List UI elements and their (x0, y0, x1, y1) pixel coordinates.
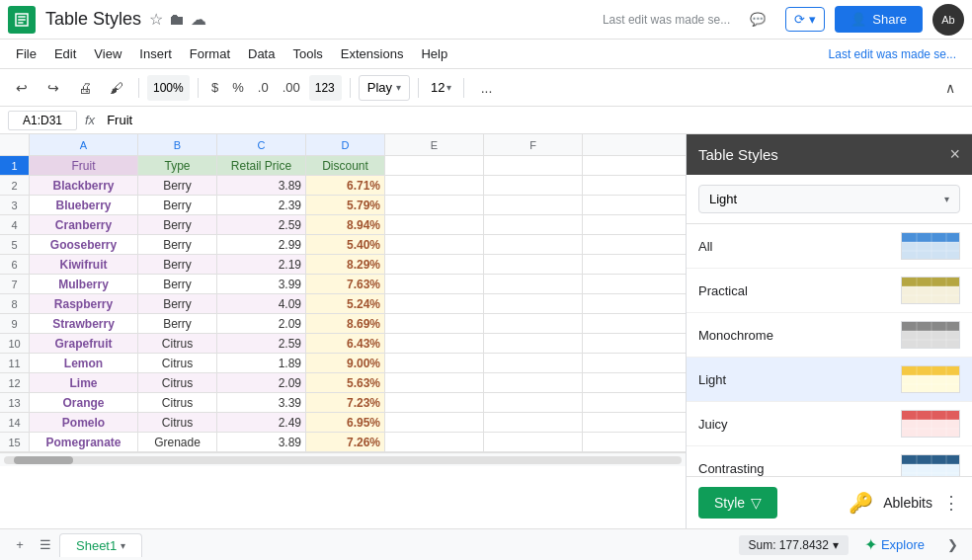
cell[interactable]: Orange (30, 393, 138, 412)
currency-button[interactable]: $ (206, 78, 223, 97)
cell-empty[interactable] (385, 176, 484, 195)
cell[interactable]: 5.40% (306, 235, 385, 254)
row-header-1[interactable]: 1 (0, 156, 29, 176)
decimal-decrease-button[interactable]: .0 (253, 78, 274, 97)
cell[interactable]: Berry (138, 294, 217, 313)
row-header-13[interactable]: 13 (0, 393, 29, 413)
row-header-5[interactable]: 5 (0, 235, 29, 255)
sum-display[interactable]: Sum: 177.8432 ▾ (739, 535, 849, 555)
cell[interactable]: 2.99 (217, 235, 306, 254)
cell[interactable]: Grapefruit (30, 334, 138, 353)
formula-input[interactable] (103, 111, 964, 129)
comment-button[interactable]: 💬 (740, 2, 775, 38)
panel-collapse-button[interactable]: ❯ (940, 533, 964, 557)
cell-empty[interactable] (484, 354, 583, 372)
cell[interactable]: 9.00% (306, 354, 385, 372)
cell[interactable]: Blackberry (30, 176, 138, 195)
more-options-button[interactable]: ... (472, 74, 500, 102)
style-category-dropdown[interactable]: Light ▾ (698, 185, 960, 213)
cell[interactable]: Berry (138, 196, 217, 214)
cell-empty[interactable] (385, 373, 484, 392)
cell-empty[interactable] (484, 255, 583, 274)
cell-empty[interactable] (484, 393, 583, 412)
cell[interactable]: Pomegranate (30, 433, 138, 451)
cell-empty[interactable] (484, 275, 583, 293)
cell[interactable]: 2.59 (217, 215, 306, 234)
paint-format-button[interactable]: 🖌 (103, 74, 130, 102)
scroll-area[interactable] (0, 452, 686, 466)
sheet-tab-sheet1[interactable]: Sheet1 ▾ (59, 533, 142, 557)
menu-edit[interactable]: Edit (46, 43, 84, 64)
cell-empty[interactable] (385, 314, 484, 333)
cell[interactable]: Citrus (138, 393, 217, 412)
style-list-item[interactable]: Juicy (687, 402, 972, 446)
cell[interactable]: 8.29% (306, 255, 385, 274)
cell[interactable]: Cranberry (30, 215, 138, 234)
cell-empty[interactable] (385, 235, 484, 254)
add-sheet-button[interactable]: + (8, 533, 32, 557)
row-header-2[interactable]: 2 (0, 176, 29, 196)
cell[interactable]: Citrus (138, 354, 217, 372)
row-header-14[interactable]: 14 (0, 413, 29, 433)
cell[interactable]: Berry (138, 314, 217, 333)
cell[interactable]: 5.24% (306, 294, 385, 313)
font-select[interactable]: Play ▾ (359, 75, 410, 101)
cell-empty[interactable] (484, 334, 583, 353)
row-header-12[interactable]: 12 (0, 373, 29, 393)
cell-empty[interactable] (484, 413, 583, 432)
cell-reference-input[interactable] (8, 111, 77, 130)
row-header-3[interactable]: 3 (0, 196, 29, 215)
cell-empty[interactable] (385, 334, 484, 353)
cell[interactable]: Kiwifruit (30, 255, 138, 274)
style-list-item[interactable]: All (687, 224, 972, 269)
history-button[interactable]: ⟳ ▾ (785, 7, 825, 32)
cell[interactable]: Citrus (138, 373, 217, 392)
row-header-15[interactable]: 15 (0, 433, 29, 452)
cell[interactable]: 4.09 (217, 294, 306, 313)
cell[interactable]: Grenade (138, 433, 217, 451)
menu-tools[interactable]: Tools (284, 43, 330, 64)
cell[interactable]: 7.63% (306, 275, 385, 293)
cell[interactable]: Citrus (138, 334, 217, 353)
share-button[interactable]: 👤 Share (835, 6, 923, 33)
cell-empty[interactable] (484, 294, 583, 313)
cell[interactable]: Strawberry (30, 314, 138, 333)
cell[interactable]: Blueberry (30, 196, 138, 214)
print-button[interactable]: 🖨 (71, 74, 99, 102)
cell[interactable]: Berry (138, 255, 217, 274)
explore-button[interactable]: ✦ Explore (856, 531, 932, 558)
cell[interactable]: Berry (138, 275, 217, 293)
cell[interactable]: 6.71% (306, 176, 385, 195)
cell[interactable]: Fruit (30, 156, 138, 175)
cell[interactable]: 3.99 (217, 275, 306, 293)
horizontal-scrollbar[interactable] (4, 456, 682, 464)
cloud-icon[interactable]: ☁ (191, 10, 206, 29)
menu-file[interactable]: File (8, 43, 44, 64)
cell[interactable]: 7.23% (306, 393, 385, 412)
cell[interactable]: 2.09 (217, 314, 306, 333)
cell[interactable]: 7.26% (306, 433, 385, 451)
autosave-link[interactable]: Last edit was made se... (821, 44, 964, 64)
cell[interactable]: Lemon (30, 354, 138, 372)
row-header-9[interactable]: 9 (0, 314, 29, 334)
cell[interactable]: Raspberry (30, 294, 138, 313)
font-size-control[interactable]: 12 ▾ (427, 78, 455, 97)
menu-insert[interactable]: Insert (131, 43, 180, 64)
cell-empty[interactable] (484, 176, 583, 195)
cell[interactable]: Retail Price (217, 156, 306, 175)
cell[interactable]: Type (138, 156, 217, 175)
menu-extensions[interactable]: Extensions (333, 43, 412, 64)
redo-button[interactable]: ↪ (40, 74, 67, 102)
cell[interactable]: 6.43% (306, 334, 385, 353)
panel-close-button[interactable]: × (949, 144, 960, 165)
star-icon[interactable]: ☆ (149, 10, 163, 29)
cell-empty[interactable] (385, 156, 484, 175)
decimal-increase-button[interactable]: .00 (278, 78, 305, 97)
cell[interactable]: 5.79% (306, 196, 385, 214)
cell[interactable]: 6.95% (306, 413, 385, 432)
cell[interactable]: Mulberry (30, 275, 138, 293)
scrollbar-thumb[interactable] (14, 456, 73, 464)
undo-button[interactable]: ↩ (8, 74, 36, 102)
col-header-E[interactable]: E (385, 134, 484, 155)
cell[interactable]: 8.94% (306, 215, 385, 234)
